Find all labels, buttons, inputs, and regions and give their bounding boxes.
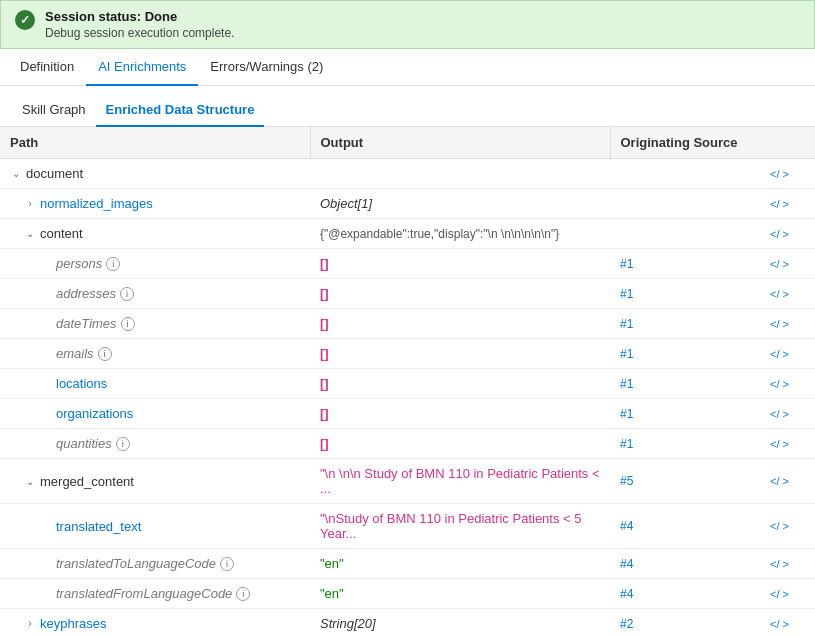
top-tab-bar: Definition AI Enrichments Errors/Warning… xyxy=(0,49,815,86)
source-cell-organizations: #1</ > xyxy=(620,407,805,421)
info-icon-addresses[interactable]: i xyxy=(120,287,134,301)
code-icon-organizations[interactable]: </ > xyxy=(770,408,789,420)
col-header-output: Output xyxy=(310,127,610,159)
table-row: ⌄document</ > xyxy=(0,159,815,189)
code-icon-keyphrases[interactable]: </ > xyxy=(770,618,789,630)
source-cell-merged_content: #5</ > xyxy=(620,474,805,488)
source-cell-document: </ > xyxy=(620,168,805,180)
code-icon-dateTimes[interactable]: </ > xyxy=(770,318,789,330)
source-cell-keyphrases: #2</ > xyxy=(620,617,805,631)
source-badge-translatedToLanguageCode: #4 xyxy=(620,557,633,571)
output-document xyxy=(310,159,610,189)
collapse-icon[interactable]: ⌄ xyxy=(10,168,22,179)
table-row: organizations[]#1</ > xyxy=(0,399,815,429)
table-row: ⌄merged_content"\n \n\n Study of BMN 110… xyxy=(0,459,815,504)
table-row: ›keyphrasesString[20]#2</ > xyxy=(0,609,815,637)
output-normalized_images: Object[1] xyxy=(310,189,610,219)
source-badge-translatedFromLanguageCode: #4 xyxy=(620,587,633,601)
path-name-emails: emails xyxy=(56,346,94,361)
table-row: ⌄content{"@expandable":true,"display":"\… xyxy=(0,219,815,249)
path-name-keyphrases: keyphrases xyxy=(40,616,106,631)
info-icon-persons[interactable]: i xyxy=(106,257,120,271)
source-cell-normalized_images: </ > xyxy=(620,198,805,210)
path-name-normalized_images: normalized_images xyxy=(40,196,153,211)
code-icon-emails[interactable]: </ > xyxy=(770,348,789,360)
table-row: addressesi[]#1</ > xyxy=(0,279,815,309)
expand-icon[interactable]: › xyxy=(24,198,36,209)
output-organizations: [] xyxy=(310,399,610,429)
source-badge-translated_text: #4 xyxy=(620,519,633,533)
code-icon-quantities[interactable]: </ > xyxy=(770,438,789,450)
path-name-persons: persons xyxy=(56,256,102,271)
table-row: personsi[]#1</ > xyxy=(0,249,815,279)
source-badge-locations: #1 xyxy=(620,377,633,391)
expand-icon[interactable]: › xyxy=(24,618,36,629)
col-header-path: Path xyxy=(0,127,310,159)
info-icon-translatedToLanguageCode[interactable]: i xyxy=(220,557,234,571)
source-cell-locations: #1</ > xyxy=(620,377,805,391)
output-dateTimes: [] xyxy=(310,309,610,339)
source-cell-translated_text: #4</ > xyxy=(620,519,805,533)
path-name-translatedFromLanguageCode: translatedFromLanguageCode xyxy=(56,586,232,601)
info-icon-quantities[interactable]: i xyxy=(116,437,130,451)
collapse-icon[interactable]: ⌄ xyxy=(24,476,36,487)
source-cell-addresses: #1</ > xyxy=(620,287,805,301)
path-name-dateTimes: dateTimes xyxy=(56,316,117,331)
code-icon-translatedToLanguageCode[interactable]: </ > xyxy=(770,558,789,570)
tab-ai-enrichments[interactable]: AI Enrichments xyxy=(86,49,198,86)
code-icon-translated_text[interactable]: </ > xyxy=(770,520,789,532)
code-icon-document[interactable]: </ > xyxy=(770,168,789,180)
collapse-icon[interactable]: ⌄ xyxy=(24,228,36,239)
output-merged_content: "\n \n\n Study of BMN 110 in Pediatric P… xyxy=(310,459,610,504)
banner-subtitle: Debug session execution complete. xyxy=(45,26,234,40)
enriched-data-table: Path Output Originating Source ⌄document… xyxy=(0,127,815,636)
source-badge-dateTimes: #1 xyxy=(620,317,633,331)
code-icon-persons[interactable]: </ > xyxy=(770,258,789,270)
table-row: locations[]#1</ > xyxy=(0,369,815,399)
banner-text: Session status: Done Debug session execu… xyxy=(45,9,234,40)
path-name-content: content xyxy=(40,226,83,241)
table-row: dateTimesi[]#1</ > xyxy=(0,309,815,339)
source-cell-persons: #1</ > xyxy=(620,257,805,271)
info-icon-dateTimes[interactable]: i xyxy=(121,317,135,331)
col-header-source: Originating Source xyxy=(610,127,815,159)
path-name-translated_text: translated_text xyxy=(56,519,141,534)
code-icon-merged_content[interactable]: </ > xyxy=(770,475,789,487)
source-cell-quantities: #1</ > xyxy=(620,437,805,451)
source-badge-emails: #1 xyxy=(620,347,633,361)
tab-definition[interactable]: Definition xyxy=(8,49,86,86)
tab-skill-graph[interactable]: Skill Graph xyxy=(12,94,96,127)
info-icon-translatedFromLanguageCode[interactable]: i xyxy=(236,587,250,601)
info-icon-emails[interactable]: i xyxy=(98,347,112,361)
code-icon-normalized_images[interactable]: </ > xyxy=(770,198,789,210)
output-keyphrases: String[20] xyxy=(310,609,610,637)
output-emails: [] xyxy=(310,339,610,369)
table-row: ›normalized_imagesObject[1]</ > xyxy=(0,189,815,219)
output-quantities: [] xyxy=(310,429,610,459)
tab-errors-warnings[interactable]: Errors/Warnings (2) xyxy=(198,49,335,86)
code-icon-content[interactable]: </ > xyxy=(770,228,789,240)
source-badge-quantities: #1 xyxy=(620,437,633,451)
table-row: translatedToLanguageCodei"en"#4</ > xyxy=(0,549,815,579)
source-cell-translatedToLanguageCode: #4</ > xyxy=(620,557,805,571)
source-badge-addresses: #1 xyxy=(620,287,633,301)
output-addresses: [] xyxy=(310,279,610,309)
session-banner: Session status: Done Debug session execu… xyxy=(0,0,815,49)
output-translatedFromLanguageCode: "en" xyxy=(310,579,610,609)
output-translatedToLanguageCode: "en" xyxy=(310,549,610,579)
code-icon-locations[interactable]: </ > xyxy=(770,378,789,390)
table-row: quantitiesi[]#1</ > xyxy=(0,429,815,459)
source-badge-keyphrases: #2 xyxy=(620,617,633,631)
path-name-translatedToLanguageCode: translatedToLanguageCode xyxy=(56,556,216,571)
code-icon-translatedFromLanguageCode[interactable]: </ > xyxy=(770,588,789,600)
tab-enriched-data-structure[interactable]: Enriched Data Structure xyxy=(96,94,265,127)
source-badge-merged_content: #5 xyxy=(620,474,633,488)
source-badge-persons: #1 xyxy=(620,257,633,271)
banner-title: Session status: Done xyxy=(45,9,234,24)
table-row: translatedFromLanguageCodei"en"#4</ > xyxy=(0,579,815,609)
path-name-merged_content: merged_content xyxy=(40,474,134,489)
code-icon-addresses[interactable]: </ > xyxy=(770,288,789,300)
source-cell-translatedFromLanguageCode: #4</ > xyxy=(620,587,805,601)
table-row: translated_text"\nStudy of BMN 110 in Pe… xyxy=(0,504,815,549)
success-icon xyxy=(15,10,35,30)
